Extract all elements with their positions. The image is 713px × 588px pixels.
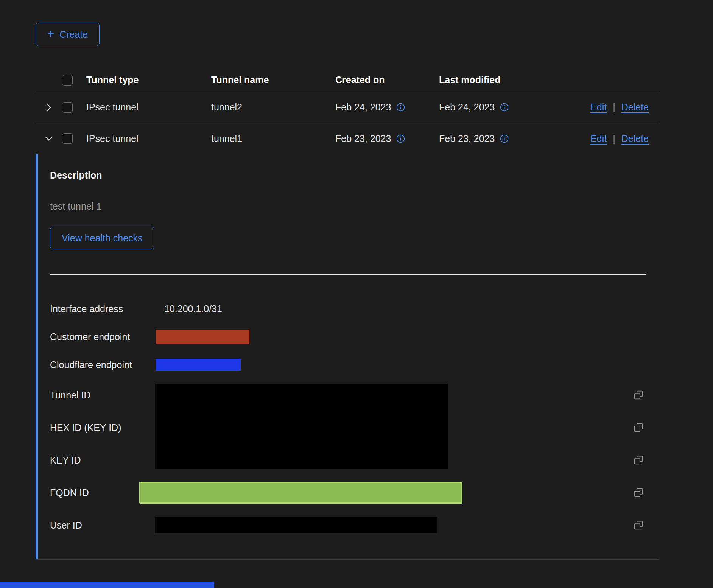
plus-icon: +: [47, 28, 54, 40]
tunnel-id-label: Tunnel ID: [50, 390, 90, 401]
customer-endpoint-redacted-value: [156, 330, 249, 344]
info-icon[interactable]: [500, 134, 509, 143]
expand-row-button[interactable]: [41, 100, 56, 115]
tunnels-page: + Create Tunnel type Tunnel name Created…: [0, 0, 713, 588]
field-cloudflare-endpoint: Cloudflare endpoint: [50, 351, 659, 379]
copy-button[interactable]: [634, 488, 643, 498]
interface-address-label: Interface address: [50, 303, 123, 314]
chevron-right-icon: [44, 103, 54, 112]
edit-link[interactable]: Edit: [590, 133, 607, 144]
fqdn-id-redacted-value: [139, 482, 462, 504]
customer-endpoint-label: Customer endpoint: [50, 331, 130, 342]
row-checkbox[interactable]: [62, 133, 73, 144]
copy-icon: [634, 390, 643, 400]
column-header-last-modified: Last modified: [439, 75, 560, 86]
copy-icon: [634, 488, 643, 498]
cloudflare-endpoint-redacted-value: [156, 359, 241, 371]
chevron-down-icon: [44, 134, 54, 143]
table-row: IPsec tunnel tunnel2 Feb 24, 2023 Feb 24…: [36, 92, 659, 123]
fqdn-id-label: FQDN ID: [50, 487, 89, 498]
info-icon[interactable]: [396, 103, 405, 112]
field-interface-address: Interface address 10.200.1.0/31: [50, 295, 659, 323]
copy-icon: [634, 455, 643, 465]
table-header-row: Tunnel type Tunnel name Created on Last …: [36, 68, 659, 92]
info-icon[interactable]: [396, 134, 405, 143]
column-header-tunnel-name: Tunnel name: [211, 75, 335, 86]
row-checkbox[interactable]: [62, 102, 73, 113]
field-customer-endpoint: Customer endpoint: [50, 323, 659, 351]
tunnel-type-cell: IPsec tunnel: [86, 133, 211, 144]
copy-button[interactable]: [634, 520, 643, 530]
description-value: test tunnel 1: [50, 201, 659, 212]
collapse-row-button[interactable]: [41, 131, 56, 146]
cloudflare-endpoint-label: Cloudflare endpoint: [50, 359, 132, 370]
delete-link[interactable]: Delete: [621, 102, 649, 113]
tunnel-fields: Interface address 10.200.1.0/31 Customer…: [50, 295, 659, 541]
divider: [50, 274, 646, 275]
field-fqdn-id: FQDN ID: [50, 476, 659, 509]
copy-button[interactable]: [634, 423, 643, 432]
action-separator: |: [613, 133, 615, 144]
interface-address-value: 10.200.1.0/31: [164, 303, 222, 314]
delete-link[interactable]: Delete: [621, 133, 649, 144]
column-header-created-on: Created on: [335, 75, 439, 86]
footer-accent-bar: [0, 582, 214, 588]
edit-link[interactable]: Edit: [590, 102, 607, 113]
copy-button[interactable]: [634, 455, 643, 465]
tunnel-type-cell: IPsec tunnel: [86, 102, 211, 113]
create-button[interactable]: + Create: [36, 23, 100, 46]
field-user-id: User ID: [50, 509, 659, 541]
tunnel-ids-section: Tunnel ID HEX ID (KEY ID): [50, 379, 659, 476]
description-label: Description: [50, 170, 659, 181]
last-modified-cell: Feb 23, 2023: [439, 133, 495, 144]
tunnel-name-cell: tunnel2: [211, 102, 335, 113]
tunnel-name-cell: tunnel1: [211, 133, 335, 144]
info-icon[interactable]: [500, 103, 509, 112]
created-on-cell: Feb 23, 2023: [335, 133, 391, 144]
tunnel-ids-redacted-value: [155, 384, 448, 469]
key-id-label: KEY ID: [50, 455, 81, 466]
tunnels-table: Tunnel type Tunnel name Created on Last …: [36, 68, 659, 560]
user-id-redacted-value: [155, 517, 437, 533]
user-id-label: User ID: [50, 520, 82, 531]
hex-id-label: HEX ID (KEY ID): [50, 422, 121, 433]
select-all-checkbox[interactable]: [62, 75, 73, 86]
table-row: IPsec tunnel tunnel1 Feb 23, 2023 Feb 23…: [36, 123, 659, 154]
action-separator: |: [613, 102, 615, 113]
last-modified-cell: Feb 24, 2023: [439, 102, 495, 113]
view-health-checks-button[interactable]: View health checks: [50, 227, 154, 249]
copy-icon: [634, 520, 643, 530]
tunnel-detail-panel: Description test tunnel 1 View health ch…: [36, 154, 659, 559]
created-on-cell: Feb 24, 2023: [335, 102, 391, 113]
create-button-label: Create: [59, 29, 88, 40]
column-header-tunnel-type: Tunnel type: [86, 75, 211, 86]
copy-icon: [634, 423, 643, 432]
copy-button[interactable]: [634, 390, 643, 400]
